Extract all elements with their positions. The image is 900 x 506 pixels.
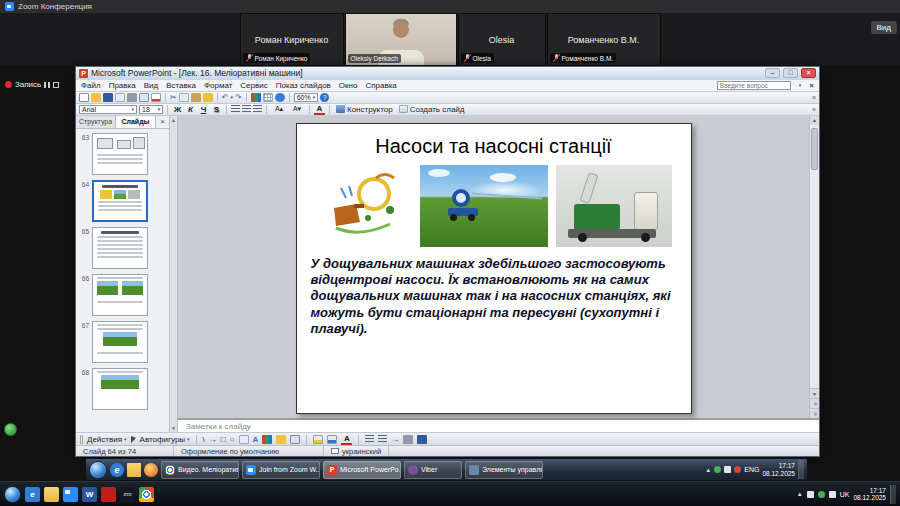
dash-style-icon[interactable] xyxy=(378,435,387,443)
draw-actions-button[interactable]: Действия ▾ xyxy=(87,435,127,444)
insert-table-icon[interactable] xyxy=(263,93,273,102)
chrome-icon[interactable] xyxy=(139,487,154,502)
slide-thumbnail-67[interactable] xyxy=(92,321,148,363)
menu-edit[interactable]: Правка xyxy=(109,81,136,90)
slide-body-text[interactable]: У дощувальних машинах здебільшого застос… xyxy=(311,256,677,337)
tray-status-icon[interactable] xyxy=(714,466,721,473)
tray-volume-icon[interactable] xyxy=(829,491,836,498)
menu-file[interactable]: Файл xyxy=(81,81,101,90)
irrigation-machine-photo[interactable] xyxy=(420,165,548,247)
font-color-icon[interactable]: А xyxy=(341,434,352,445)
acrobat-icon[interactable] xyxy=(101,487,116,502)
text-shadow-button[interactable]: S xyxy=(211,105,222,114)
tray-volume-icon[interactable] xyxy=(724,466,731,473)
green-indicator-icon[interactable] xyxy=(4,423,17,436)
toolbar-options-icon[interactable]: » xyxy=(812,94,816,101)
scroll-up-icon[interactable]: ▲ xyxy=(810,116,819,125)
increase-font-button[interactable]: А▴ xyxy=(271,105,287,113)
email-icon[interactable] xyxy=(115,93,125,102)
powerpoint-titlebar[interactable]: P Microsoft PowerPoint - [Лек. 16. Меліо… xyxy=(76,67,819,80)
clock[interactable]: 17:17 08.12.2025 xyxy=(762,462,795,477)
design-button[interactable]: Конструктор xyxy=(334,105,395,114)
cut-icon[interactable]: ✂ xyxy=(170,93,177,102)
slide-thumbnail-64-selected[interactable] xyxy=(92,180,148,222)
zm-app-icon[interactable]: zm xyxy=(120,487,135,502)
line-color-icon[interactable] xyxy=(327,435,337,444)
arrow-style-icon[interactable]: → xyxy=(391,435,399,444)
save-icon[interactable] xyxy=(103,93,113,102)
menu-tools[interactable]: Сервис xyxy=(240,81,267,90)
close-button[interactable]: × xyxy=(801,68,816,78)
line-tool-icon[interactable]: \ xyxy=(203,435,205,444)
stop-recording-button[interactable] xyxy=(53,82,59,88)
open-icon[interactable] xyxy=(91,93,101,102)
insert-picture-icon[interactable] xyxy=(290,435,300,444)
taskbar-button-powerpoint[interactable]: P Microsoft PowerPo... xyxy=(323,461,401,479)
threed-style-icon[interactable] xyxy=(417,435,427,444)
scroll-down-icon[interactable]: ▼ xyxy=(810,388,819,398)
decrease-font-button[interactable]: А▾ xyxy=(289,105,305,113)
print-icon[interactable] xyxy=(127,93,137,102)
menu-view[interactable]: Вид xyxy=(144,81,158,90)
undo-icon[interactable]: ↶ xyxy=(222,93,229,102)
underline-button[interactable]: Ч xyxy=(198,105,209,114)
participant-tile[interactable]: Роман Кириченко Роман Кириченко xyxy=(240,13,344,66)
hidden-icons-chevron[interactable]: ▲ xyxy=(797,491,803,497)
insert-hyperlink-icon[interactable] xyxy=(275,93,285,102)
participant-tile-video[interactable]: Oleksiy Derkach xyxy=(345,13,457,66)
new-slide-button[interactable]: Создать слайд xyxy=(397,105,467,114)
format-painter-icon[interactable] xyxy=(203,93,213,102)
minimize-button[interactable]: – xyxy=(765,68,780,78)
help-icon[interactable]: ? xyxy=(320,93,329,102)
insert-diagram-icon[interactable] xyxy=(262,435,272,444)
zoom-combo[interactable]: 60% ▾ xyxy=(294,93,319,102)
font-name-combo[interactable]: Arial ▾ xyxy=(79,105,137,114)
align-left-icon[interactable] xyxy=(231,105,240,113)
question-input[interactable] xyxy=(717,81,791,90)
show-desktop-button[interactable] xyxy=(890,485,896,504)
paste-icon[interactable] xyxy=(191,93,201,102)
rectangle-tool-icon[interactable]: □ xyxy=(221,435,226,444)
new-icon[interactable] xyxy=(79,93,89,102)
pump-station-photo[interactable] xyxy=(556,165,672,247)
scroll-up-icon[interactable]: ▲ xyxy=(171,117,176,123)
sprinkler-clipart-image[interactable] xyxy=(316,166,412,246)
media-player-icon[interactable] xyxy=(144,463,158,477)
scrollbar-thumb[interactable] xyxy=(811,128,818,170)
toolbar-options-icon[interactable]: » xyxy=(812,106,816,113)
oval-tool-icon[interactable]: ○ xyxy=(230,435,235,444)
fill-color-icon[interactable] xyxy=(313,435,323,444)
show-desktop-button[interactable] xyxy=(798,460,804,479)
participant-tile[interactable]: Романченко В.М. Романченко В.М. xyxy=(547,13,661,66)
tab-slides[interactable]: Слайды xyxy=(116,116,156,128)
pause-recording-button[interactable] xyxy=(44,82,50,88)
menu-slideshow[interactable]: Показ слайдов xyxy=(276,81,331,90)
align-center-icon[interactable] xyxy=(242,105,251,113)
slide-thumbnail-66[interactable] xyxy=(92,274,148,316)
participant-tile[interactable]: Olesia Olesia xyxy=(458,13,546,66)
print-preview-icon[interactable] xyxy=(139,93,149,102)
slide-canvas[interactable]: Насоси та насосні станції xyxy=(296,123,692,414)
taskbar-button-control-panel[interactable]: Элементы управле... xyxy=(465,461,543,479)
notes-area[interactable]: Заметки к слайду xyxy=(178,418,819,432)
explorer-folder-icon[interactable] xyxy=(127,463,141,477)
clip-art-icon[interactable] xyxy=(276,435,286,444)
question-dropdown-icon[interactable]: ▾ xyxy=(799,82,802,88)
taskbar-button-video[interactable]: Видео. Меліоративн... xyxy=(161,461,239,479)
italic-button[interactable]: К xyxy=(185,105,196,114)
close-panel-icon[interactable]: × xyxy=(156,116,169,128)
wordart-icon[interactable]: А xyxy=(253,435,259,444)
zoom-app-icon[interactable] xyxy=(63,487,78,502)
tray-recording-icon[interactable] xyxy=(734,466,741,473)
taskbar-button-zoom[interactable]: Join from Zoom W... xyxy=(242,461,320,479)
clock[interactable]: 17:17 08.12.2025 xyxy=(853,487,886,502)
close-document-icon[interactable]: × xyxy=(809,81,814,90)
panel-scrollbar[interactable]: ▲ ▼ xyxy=(170,116,178,432)
undo-dropdown-icon[interactable]: ▾ xyxy=(230,94,233,100)
hidden-icons-chevron[interactable]: ▲ xyxy=(705,467,711,473)
shadow-style-icon[interactable] xyxy=(403,435,413,444)
autoshapes-button[interactable]: Автофигуры ▾ xyxy=(140,435,190,444)
language-indicator[interactable]: UK xyxy=(840,491,850,498)
taskbar-button-viber[interactable]: Viber xyxy=(404,461,462,479)
start-button[interactable] xyxy=(4,486,21,503)
